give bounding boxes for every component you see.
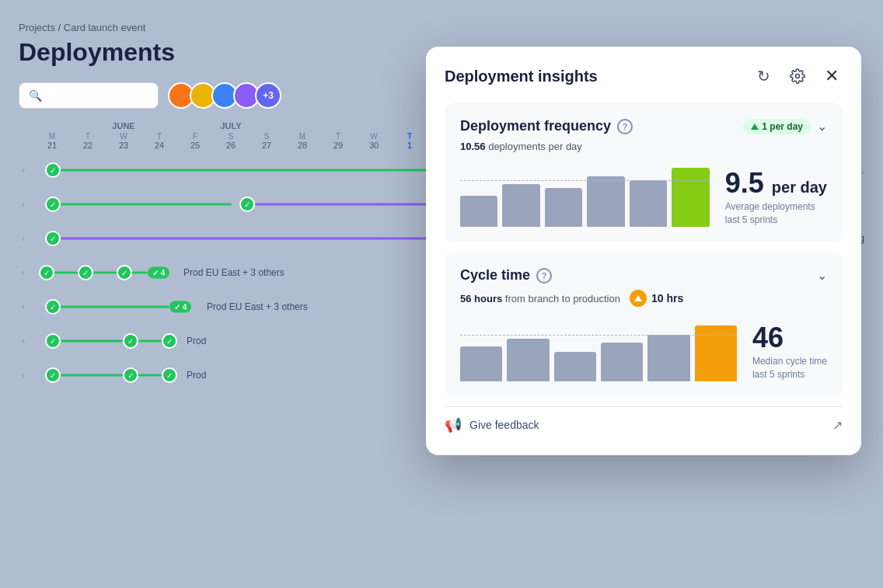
bar [507,339,549,381]
avatar-count: +3 [255,82,281,109]
check-circle: ✓ [45,333,61,349]
feedback-left[interactable]: 📢 Give feedback [445,416,539,433]
cycle-bars [460,319,737,381]
check-circle: ✓ [45,231,61,246]
green-line [138,340,162,343]
refresh-icon[interactable]: ↻ [752,65,774,87]
day-col: T29 [320,132,356,150]
row-arrow: ‹ [22,233,37,244]
badge-circle: ✓ 4 [169,301,191,313]
search-box[interactable]: 🔍 [19,82,159,109]
green-line [54,272,78,274]
cycle-badge: 10 hrs [630,290,683,307]
row-arrow: ‹ [22,370,37,381]
green-line [61,374,123,377]
up-arrow-icon [751,124,759,130]
freq-stat-sub: Average deployments last 5 sprints [725,200,827,227]
deployment-frequency-card: Deployment frequency ? 1 per day ⌄ 10.56… [445,103,843,242]
day-col: T24 [141,132,177,150]
check-circle: ✓ [45,162,61,178]
green-progress-line [61,204,232,206]
svg-point-0 [796,75,800,78]
day-col: W23 [106,132,141,150]
check-circle: ✓ [45,197,61,212]
freq-expand-icon[interactable]: ⌄ [817,119,827,134]
day-col: T1 [392,132,428,150]
green-line [61,340,123,343]
feedback-row: 📢 Give feedback ↗ [445,406,843,437]
prod-label: Prod [187,336,206,346]
green-line [61,306,169,308]
check-circle: ✓ [117,265,132,280]
check-circle: ✓ [123,367,138,383]
prod-label: Prod EU East + 3 others [207,301,308,312]
day-col: F25 [177,132,213,150]
check-circle: ✓ [39,265,54,280]
july-label: JULY [213,121,249,130]
check-circle: ✓ [78,265,93,280]
badge-circle: ✓ 4 [148,267,169,279]
bar-orange [695,325,737,381]
bar [545,188,582,227]
check-circle: ✓ [45,299,61,315]
settings-icon[interactable] [787,65,808,87]
freq-bars [460,165,710,227]
card-header-right: 1 per day ⌄ [743,119,827,134]
external-link-icon[interactable]: ↗ [832,418,843,433]
freq-subtitle: 10.56 deployments per day [460,141,827,152]
freq-card-title: Deployment frequency [460,118,611,134]
cycle-stat-big: 46 [752,324,827,352]
bar [502,184,539,227]
freq-badge-text: 1 per day [762,121,803,132]
day-col: S26 [213,132,249,150]
feedback-label: Give feedback [469,419,539,431]
cycle-stat-sub: Median cycle time last 5 sprints [752,355,827,381]
cycle-subtitle: 56 hours from branch to production 10 hr… [460,290,827,307]
green-line [93,272,117,274]
orange-arrow-circle [630,290,647,307]
row-arrow: ‹ [22,301,37,312]
day-col: S27 [249,132,284,150]
card-title-row: Deployment frequency ? [460,118,633,134]
check-circle: ✓ [162,367,177,383]
close-icon[interactable]: ✕ [821,65,843,87]
bar [587,176,624,227]
day-col: T22 [70,132,106,150]
panel-title: Deployment insights [445,68,598,85]
row-arrow: ‹ [22,199,37,210]
day-col: W30 [356,132,392,150]
card-header: Cycle time ? ⌄ [460,267,827,284]
bar [630,180,667,227]
check-circle: ✓ [45,367,61,383]
bar [460,346,502,381]
dashed-line [460,335,737,336]
freq-info-icon[interactable]: ? [617,119,633,134]
prod-label: Prod [187,370,206,381]
cycle-expand-icon[interactable]: ⌄ [817,268,827,283]
card-header-right: ⌄ [817,268,827,283]
cycle-info-icon[interactable]: ? [536,268,552,284]
avatar-group: +3 [168,82,281,109]
bar [647,335,689,381]
bar-green [672,168,709,227]
cycle-card-title: Cycle time [460,267,530,284]
feedback-icon: 📢 [445,416,462,433]
card-title-row: Cycle time ? [460,267,552,284]
row-arrow: ‹ [22,165,37,176]
up-arrow-icon [634,295,642,301]
green-line [132,272,148,274]
panel-actions: ↻ ✕ [752,65,843,87]
row-arrow: ‹ [22,336,37,346]
bar [601,343,643,381]
freq-stat: 9.5 per day Average deployments last 5 s… [725,169,827,227]
freq-badge: 1 per day [743,119,811,134]
dashed-line [460,180,710,181]
bar [554,352,596,381]
prod-label: Prod EU East + 3 others [183,267,284,278]
cycle-chart: 46 Median cycle time last 5 sprints [460,319,827,381]
cycle-stat: 46 Median cycle time last 5 sprints [752,324,827,381]
breadcrumb: Projects / Card launch event [19,22,864,33]
day-col: M21 [34,132,70,150]
check-circle: ✓ [123,333,138,349]
deployment-insights-panel: Deployment insights ↻ ✕ Deployment frequ… [426,47,861,455]
